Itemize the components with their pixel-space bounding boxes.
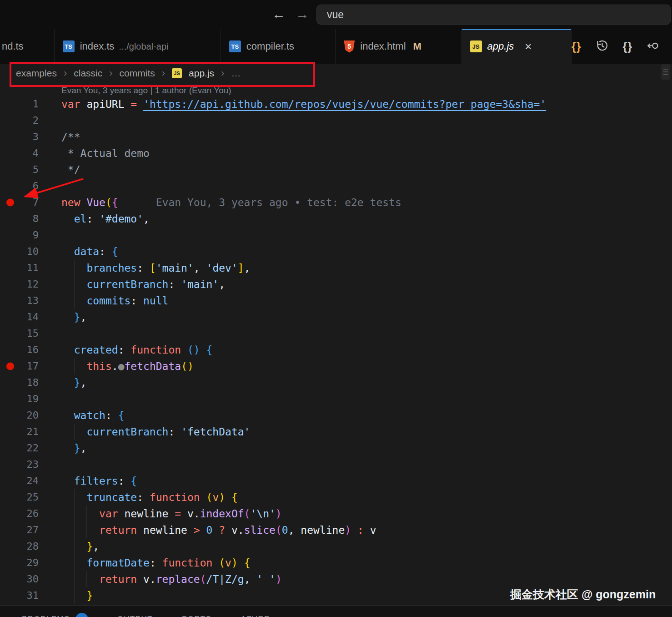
code-text[interactable]: formatDate: function (v) {: [39, 555, 672, 571]
forward-arrow-icon[interactable]: →: [296, 6, 309, 22]
line-gutter[interactable]: 11: [0, 260, 39, 276]
line-gutter[interactable]: 3: [0, 129, 39, 145]
line-gutter[interactable]: 15: [0, 325, 39, 342]
code-text[interactable]: /**: [39, 129, 672, 145]
line-gutter[interactable]: 5: [0, 162, 39, 178]
line-gutter[interactable]: 10: [0, 243, 39, 260]
tab-partial-nd-ts[interactable]: nd.ts: [0, 29, 55, 64]
line-gutter[interactable]: 28: [0, 538, 39, 555]
code-text[interactable]: },: [39, 309, 672, 325]
code-token: =: [130, 98, 137, 110]
breadcrumb-item-more[interactable]: …: [231, 68, 241, 79]
code-text[interactable]: commits: null: [39, 293, 672, 309]
panel-tab-output[interactable]: OUTPUT: [117, 615, 153, 617]
code-text[interactable]: branches: ['main', 'dev'],: [39, 260, 672, 276]
breadcrumb-item-classic[interactable]: classic: [74, 68, 102, 79]
code-text[interactable]: [39, 227, 672, 243]
indent-guide: [74, 424, 75, 440]
line-gutter[interactable]: 4: [0, 145, 39, 162]
line-gutter[interactable]: 19: [0, 391, 39, 407]
code-token: v.: [181, 508, 200, 520]
tab-label: index.html: [360, 40, 406, 52]
line-gutter[interactable]: 8: [0, 211, 39, 227]
panel-tab-azure[interactable]: AZURE: [241, 615, 270, 617]
code-text[interactable]: */: [39, 162, 672, 178]
line-gutter[interactable]: 2: [0, 112, 39, 129]
back-arrow-icon[interactable]: ←: [272, 6, 286, 22]
code-text[interactable]: var newline = v.indexOf('\n'): [39, 506, 672, 522]
code-text[interactable]: currentBranch: 'fetchData': [39, 424, 672, 440]
line-gutter[interactable]: 31: [0, 587, 39, 604]
line-gutter[interactable]: 1: [0, 96, 39, 112]
tab-index-html[interactable]: 5 index.html M: [336, 29, 461, 64]
close-icon[interactable]: ×: [525, 40, 532, 54]
code-token: [212, 524, 219, 536]
code-text[interactable]: new Vue({ Evan You, 3 years ago • test: …: [39, 194, 672, 211]
code-token: [80, 197, 87, 208]
code-text[interactable]: created: function () {: [39, 342, 672, 358]
code-text[interactable]: return v.replace(/T|Z/g, ' '): [39, 571, 672, 587]
line-gutter[interactable]: 21: [0, 424, 39, 440]
code-text[interactable]: [39, 112, 672, 129]
breakpoint-dot[interactable]: [6, 199, 14, 207]
braces-icon[interactable]: {}: [623, 40, 632, 53]
code-lines: 1var apiURL = 'https://api.github.com/re…: [0, 96, 672, 604]
code-text[interactable]: truncate: function (v) {: [39, 489, 672, 506]
line-gutter[interactable]: 25: [0, 489, 39, 506]
line-gutter[interactable]: 18: [0, 374, 39, 391]
line-gutter[interactable]: 24: [0, 473, 39, 489]
tab-app-js[interactable]: JS app.js ×: [462, 29, 572, 64]
line-gutter[interactable]: 29: [0, 555, 39, 571]
code-text[interactable]: data: {: [39, 243, 672, 260]
code-token: ,: [80, 377, 87, 389]
braces-format-icon[interactable]: {}: [572, 40, 581, 53]
code-line: 14 },: [0, 309, 672, 325]
line-gutter[interactable]: 9: [0, 227, 39, 243]
line-gutter[interactable]: 30: [0, 571, 39, 587]
panel-tab-problems[interactable]: PROBLEMS 15: [22, 613, 88, 617]
line-gutter[interactable]: 7: [0, 194, 39, 211]
line-number: 1: [0, 96, 39, 112]
code-text[interactable]: this.●fetchData(): [39, 358, 672, 374]
editor-overlay-widget[interactable]: [661, 64, 670, 80]
code-text[interactable]: * Actual demo: [39, 145, 672, 162]
line-gutter[interactable]: 23: [0, 456, 39, 473]
code-text[interactable]: filters: {: [39, 473, 672, 489]
line-gutter[interactable]: 13: [0, 293, 39, 309]
timeline-history-icon[interactable]: [596, 40, 608, 54]
breakpoint-dot[interactable]: [6, 363, 14, 370]
code-text[interactable]: el: '#demo',: [39, 211, 672, 227]
code-text[interactable]: },: [39, 374, 672, 391]
breadcrumb-item-commits[interactable]: commits: [120, 68, 155, 79]
code-text[interactable]: },: [39, 440, 672, 456]
breadcrumb-item-examples[interactable]: examples: [16, 68, 57, 79]
panel-tab-ports[interactable]: PORTS: [182, 615, 211, 617]
open-changes-icon[interactable]: [647, 40, 659, 54]
code-text[interactable]: currentBranch: 'main',: [39, 276, 672, 293]
code-text[interactable]: [39, 178, 672, 194]
line-gutter[interactable]: 16: [0, 342, 39, 358]
line-gutter[interactable]: 6: [0, 178, 39, 194]
tab-compiler-ts[interactable]: TS compiler.ts: [221, 29, 336, 64]
code-text[interactable]: var apiURL = 'https://api.github.com/rep…: [39, 96, 672, 112]
line-gutter[interactable]: 14: [0, 309, 39, 325]
code-token: return: [99, 573, 137, 585]
breadcrumb-item-file[interactable]: app.js: [189, 68, 214, 79]
line-gutter[interactable]: 26: [0, 506, 39, 522]
line-gutter[interactable]: 20: [0, 407, 39, 424]
line-gutter[interactable]: 22: [0, 440, 39, 456]
code-text[interactable]: [39, 391, 672, 407]
code-text[interactable]: return newline > 0 ? v.slice(0, newline)…: [39, 522, 672, 538]
line-gutter[interactable]: 12: [0, 276, 39, 293]
code-text[interactable]: [39, 325, 672, 342]
code-token: {: [206, 344, 213, 356]
code-text[interactable]: watch: {: [39, 407, 672, 424]
code-editor[interactable]: 1var apiURL = 'https://api.github.com/re…: [0, 96, 672, 604]
code-token: ): [219, 491, 225, 503]
line-gutter[interactable]: 27: [0, 522, 39, 538]
command-center-search[interactable]: vue: [316, 5, 671, 25]
code-text[interactable]: },: [39, 538, 672, 555]
line-gutter[interactable]: 17: [0, 358, 39, 374]
code-text[interactable]: [39, 456, 672, 473]
tab-index-ts[interactable]: TS index.ts .../global-api: [55, 29, 221, 64]
